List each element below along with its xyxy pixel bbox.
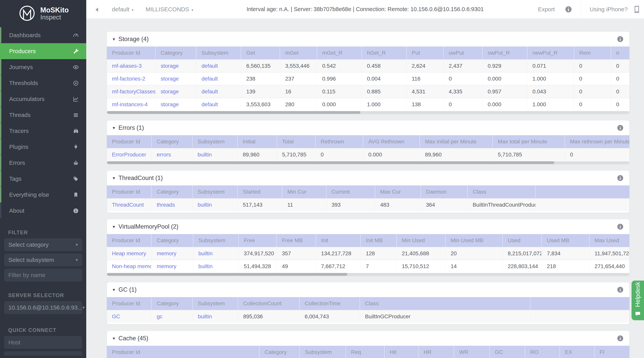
helpdesk-tab[interactable]: Helpdesk [632,281,644,320]
column-header[interactable]: Min Used MB [446,234,503,247]
interval-dropdown[interactable]: default ▾ [112,6,134,13]
column-header[interactable]: Max total per Minute [493,135,565,148]
column-header[interactable]: Subsystem [192,135,238,148]
category-select[interactable]: Select category ▾ [4,238,82,251]
column-header[interactable]: owPut [444,46,482,59]
sidebar-item-accumulators[interactable]: Accumulators [0,91,86,107]
info-icon[interactable] [616,286,624,293]
collapse-caret-icon[interactable]: ▾ [113,36,115,42]
column-header[interactable]: Max Used [590,234,630,247]
sidebar-item-journeys[interactable]: Journeys [0,59,86,75]
column-header[interactable]: Category [152,297,193,310]
scrollbar-thumb[interactable] [107,111,360,114]
column-header[interactable]: Producer Id [107,135,152,148]
column-header[interactable]: FI [594,346,630,358]
info-icon[interactable] [616,223,624,230]
producer-link[interactable]: gc [157,314,162,320]
column-header[interactable]: Max initial per Minute [420,135,493,148]
producer-link[interactable]: builtin [198,250,212,256]
column-header[interactable]: mGet_R [317,46,362,59]
column-header[interactable]: CollectionTime [300,297,360,310]
producer-link[interactable]: mf-aliases-3 [112,63,142,69]
column-header[interactable]: AVG Rethrown [363,135,420,148]
column-header[interactable]: Started [238,185,282,198]
column-header[interactable]: Min Cur [282,185,326,198]
server-select[interactable]: 10.156.0.6@10.156.0.6:93... ▾ [4,301,82,314]
column-header[interactable]: Category [152,135,192,148]
producer-link[interactable]: Non-heap memory [112,263,152,269]
column-header[interactable]: Current [326,185,375,198]
column-header[interactable]: Total [277,135,316,148]
column-header[interactable]: Category [152,234,193,247]
collapse-caret-icon[interactable]: ▾ [113,224,115,229]
column-header[interactable] [530,297,630,310]
column-header[interactable]: Subsystem [196,46,241,59]
producer-link[interactable]: storage [160,88,179,94]
producer-link[interactable]: storage [160,76,179,82]
sidebar-item-tags[interactable]: Tags [0,171,86,187]
column-header[interactable]: Producer Id [107,234,152,247]
using-iphone-link[interactable]: Using iPhone? [590,6,628,13]
sidebar-item-producers[interactable]: Producers [0,43,86,59]
column-header[interactable]: Initial [238,135,277,148]
column-header[interactable]: Rethrown [316,135,363,148]
column-header[interactable]: Init MB [361,234,397,247]
column-header[interactable]: hGet_R [362,46,407,59]
producer-link[interactable]: GC [112,314,120,320]
unit-dropdown[interactable]: MILLISECONDS ▾ [146,6,193,13]
producer-link[interactable]: threads [157,202,175,208]
sidebar-item-everything-else[interactable]: Everything else [0,187,86,203]
column-header[interactable]: Max rethrown per Minute [565,135,630,148]
info-icon[interactable] [616,335,624,342]
info-icon[interactable] [616,35,624,43]
producer-link[interactable]: memory [157,250,176,256]
producer-link[interactable]: default [202,101,218,107]
column-header[interactable]: EX [560,346,594,358]
producer-link[interactable]: builtin [198,152,212,158]
producer-link[interactable]: default [202,88,218,94]
producer-link[interactable]: mf-instances-4 [112,101,148,107]
info-icon[interactable] [616,174,624,182]
producer-link[interactable]: builtin [198,202,212,208]
column-header[interactable]: Get [241,46,280,59]
column-header[interactable]: Free [239,234,277,247]
producer-link[interactable]: storage [160,101,179,107]
subsystem-select[interactable]: Select subsystem ▾ [4,254,82,266]
sidebar-item-threads[interactable]: Threads [0,107,86,123]
producer-link[interactable]: Heap memory [112,250,146,256]
column-header[interactable]: Put [407,46,444,59]
sidebar-item-about[interactable]: About [0,203,86,219]
sidebar-item-dashboards[interactable]: Dashboards [0,27,86,43]
port-input[interactable] [4,351,82,356]
column-header[interactable]: Req [346,346,385,358]
column-header[interactable]: Hit [385,346,418,358]
sidebar-item-tracers[interactable]: Tracers [0,123,86,139]
sidebar-item-thresholds[interactable]: Thresholds [0,75,86,91]
filter-by-name-input[interactable] [4,269,82,282]
column-header[interactable]: Producer Id [107,297,152,310]
producer-link[interactable]: mf-factories-2 [112,76,145,82]
app-logo[interactable]: MoSKito Inspect [0,0,86,27]
column-header[interactable]: Used MB [542,234,590,247]
column-header[interactable]: Free MB [277,234,316,247]
column-header[interactable]: Class [468,185,536,198]
horizontal-scrollbar[interactable] [107,273,630,276]
column-header[interactable]: Category [156,46,196,59]
scrollbar-thumb[interactable] [107,161,554,164]
column-header[interactable]: Min Used [397,234,446,247]
column-header[interactable]: WR [454,346,490,358]
column-header[interactable]: CollectionCount [238,297,300,310]
column-header[interactable]: HR [418,346,454,358]
export-button[interactable]: Export [538,6,555,13]
column-header[interactable]: Rem [574,46,611,59]
producer-link[interactable]: errors [157,152,171,158]
column-header[interactable]: Category [260,346,300,358]
sidebar-item-errors[interactable]: Errors [0,155,86,171]
column-header[interactable]: Producer Id [107,46,156,59]
producer-link[interactable]: memory [157,263,176,269]
horizontal-scrollbar[interactable] [107,111,630,114]
collapse-caret-icon[interactable]: ▾ [113,175,115,181]
phone-icon[interactable] [633,5,641,13]
column-header[interactable]: newPut_R [528,46,574,59]
column-header[interactable]: Producer Id [107,185,152,198]
